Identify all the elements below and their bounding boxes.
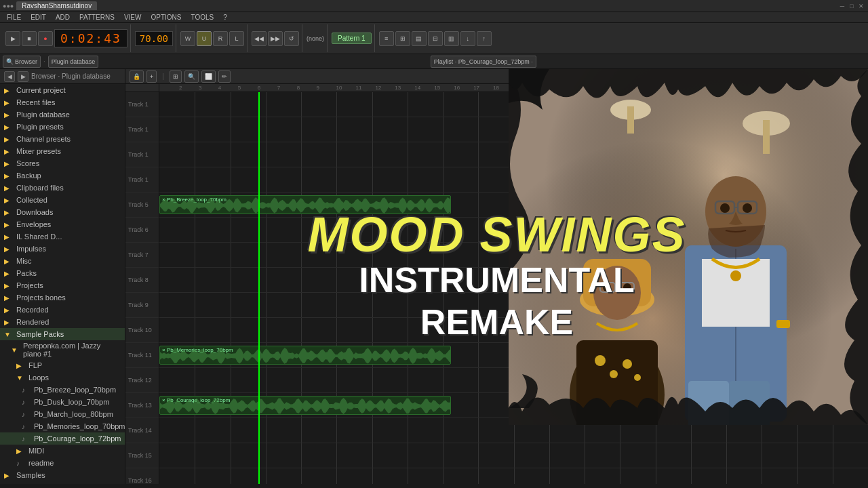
play-button[interactable]: ▶ (5, 31, 20, 46)
sidebar-item-flp[interactable]: ▶FLP (0, 359, 125, 371)
sidebar-item-recent-files[interactable]: ▶Recent files (0, 96, 125, 108)
sidebar-item-pereponka[interactable]: ▼Pereponka.com | Jazzy piano #1 (0, 340, 125, 359)
track-label-9: Track 9 (125, 293, 159, 318)
sidebar-item-current-project[interactable]: ▶Current project (0, 84, 125, 96)
sidebar-item-sliced-beats[interactable]: ▶Sliced beats (0, 481, 125, 484)
sidebar-item-mixer-presets[interactable]: ▶Mixer presets (0, 145, 125, 157)
track-clip-11[interactable]: × Pb_Memories_loop_70bpm (159, 346, 451, 365)
menu-options[interactable]: OPTIONS (146, 12, 185, 22)
sidebar-item-packs[interactable]: ▶Packs (0, 267, 125, 279)
mode-btn-4[interactable]: L (229, 31, 244, 46)
sidebar-item-pb-memories[interactable]: ♪Pb_Memories_loop_70bpm (0, 420, 125, 432)
playlist-select-btn[interactable]: ⬜ (201, 70, 216, 83)
sidebar-item-midi[interactable]: ▶MIDI (0, 445, 125, 457)
playlist-zoom-btn[interactable]: 🔍 (184, 70, 199, 83)
sidebar-item-recorded[interactable]: ▶Recorded (0, 304, 125, 316)
mode-btn-3[interactable]: R (213, 31, 228, 46)
sidebar-item-icon-misc: ▶ (4, 258, 14, 265)
sidebar-forward-btn[interactable]: ▶ (18, 71, 28, 82)
sidebar-item-sample-packs[interactable]: ▼Sample Packs (0, 328, 125, 340)
ruler-mark-7: 7 (277, 84, 280, 92)
window-tab[interactable]: RavshanShamsutdinov (16, 1, 97, 10)
sidebar-item-label-recorded: Recorded (16, 306, 49, 314)
menu-tools[interactable]: TOOLS (186, 12, 218, 22)
menu-help[interactable]: ? (219, 12, 231, 22)
minimize-icon[interactable]: ─ (838, 2, 846, 10)
mixer-btn-2[interactable]: ⊞ (395, 31, 410, 46)
maximize-icon[interactable]: □ (848, 2, 856, 10)
sidebar-item-projects[interactable]: ▶Projects (0, 279, 125, 291)
menu-add[interactable]: ADD (52, 12, 74, 22)
nav-right[interactable]: ▶▶ (268, 31, 283, 46)
ruler-mark-9: 9 (317, 84, 319, 92)
sidebar-item-label-packs: Packs (16, 269, 37, 277)
sidebar-item-pb-breeze[interactable]: ♪Pb_Breeze_loop_70bpm (0, 384, 125, 396)
sidebar-item-envelopes[interactable]: ▶Envelopes (0, 218, 125, 230)
mixer-btn-6[interactable]: ↓ (460, 31, 475, 46)
menu-file[interactable]: FILE (3, 12, 25, 22)
sidebar-item-collected[interactable]: ▶Collected (0, 194, 125, 206)
loop-btn[interactable]: ↺ (284, 31, 299, 46)
track-label-cells: Track 1Track 1Track 1Track 1Track 5Track… (125, 92, 159, 484)
sidebar-item-misc[interactable]: ▶Misc (0, 255, 125, 267)
menu-edit[interactable]: EDIT (26, 12, 50, 22)
sidebar-item-pb-dusk[interactable]: ♪Pb_Dusk_loop_70bpm (0, 396, 125, 408)
browser-tab[interactable]: 🔍 Browser (3, 56, 41, 68)
mode-btn-1[interactable]: W (180, 31, 195, 46)
sidebar-item-samples[interactable]: ▶Samples (0, 469, 125, 481)
sidebar-item-backup[interactable]: ▶Backup (0, 169, 125, 182)
playlist-tab[interactable]: Playlist · Pb_Courage_loop_72bpm · (431, 56, 536, 68)
track-clip-13[interactable]: × Pb_Courage_loop_72bpm (159, 396, 451, 415)
artist-panel (509, 69, 868, 425)
playlist-add-btn[interactable]: + (146, 70, 157, 83)
track-row-15[interactable] (159, 443, 868, 468)
mixer-btn-4[interactable]: ⊟ (428, 31, 443, 46)
sidebar-item-scores[interactable]: ▶Scores (0, 157, 125, 169)
mixer-btn-7[interactable]: ↑ (477, 31, 492, 46)
close-icon[interactable]: ✕ (857, 2, 865, 10)
track-row-16[interactable] (159, 468, 868, 484)
sidebar-item-readme[interactable]: ♪readme (0, 457, 125, 469)
ruler-mark-13: 13 (395, 84, 401, 92)
bpm-display[interactable]: 70.00 (135, 31, 173, 46)
playlist-lock-btn[interactable]: 🔒 (130, 70, 144, 83)
playlist-pencil-btn[interactable]: ✏ (218, 70, 231, 83)
sidebar-item-downloads[interactable]: ▶Downloads (0, 206, 125, 218)
sidebar: ◀ ▶ Browser · Plugin database ▶Current p… (0, 69, 125, 484)
sidebar-item-icon-impulses: ▶ (4, 245, 14, 253)
sidebar-item-label-pb-breeze: Pb_Breeze_loop_70bpm (34, 386, 116, 394)
sidebar-item-icon-pb-march: ♪ (22, 411, 31, 418)
sidebar-item-pb-march[interactable]: ♪Pb_March_loop_80bpm (0, 408, 125, 420)
record-button[interactable]: ● (38, 31, 53, 46)
track-label-1: Track 1 (125, 92, 159, 117)
track-clip-5[interactable]: × Pb_Breeze_loop_70bpm (159, 195, 451, 214)
mixer-btn-1[interactable]: ≡ (379, 31, 394, 46)
sidebar-item-rendered[interactable]: ▶Rendered (0, 316, 125, 328)
sidebar-item-clipboard-files[interactable]: ▶Clipboard files (0, 182, 125, 194)
sidebar-item-il-shared-d[interactable]: ▶IL Shared D... (0, 230, 125, 243)
menu-view[interactable]: VIEW (120, 12, 146, 22)
nav-left[interactable]: ◀◀ (252, 31, 267, 46)
plugin-db-tab[interactable]: Plugin database (48, 56, 99, 68)
mixer-btn-3[interactable]: ▤ (412, 31, 427, 46)
pattern-selector[interactable]: Pattern 1 (332, 33, 372, 44)
sidebar-item-icon-projects: ▶ (4, 282, 14, 289)
pattern-group: Pattern 1 (329, 24, 375, 52)
sidebar-item-impulses[interactable]: ▶Impulses (0, 243, 125, 255)
sidebar-item-label-misc: Misc (16, 257, 32, 265)
sidebar-back-btn[interactable]: ◀ (4, 71, 15, 82)
sidebar-item-loops[interactable]: ▼Loops (0, 371, 125, 384)
sidebar-item-plugin-database[interactable]: ▶Plugin database (0, 108, 125, 121)
sidebar-item-projects-bones[interactable]: ▶Projects bones (0, 291, 125, 304)
sidebar-item-channel-presets[interactable]: ▶Channel presets (0, 133, 125, 145)
mode-btn-2[interactable]: U (197, 31, 212, 46)
sidebar-item-pb-courage[interactable]: ♪Pb_Courage_loop_72bpm (0, 432, 125, 445)
menu-patterns[interactable]: PATTERNS (75, 12, 119, 22)
playlist-snap-btn[interactable]: ⊞ (170, 70, 182, 83)
sidebar-item-label-recent-files: Recent files (16, 98, 55, 106)
stop-button[interactable]: ■ (22, 31, 37, 46)
mixer-btn-5[interactable]: ▥ (444, 31, 459, 46)
svg-point-35 (720, 203, 730, 213)
sidebar-item-label-current-project: Current project (16, 86, 66, 94)
sidebar-item-plugin-presets[interactable]: ▶Plugin presets (0, 121, 125, 133)
